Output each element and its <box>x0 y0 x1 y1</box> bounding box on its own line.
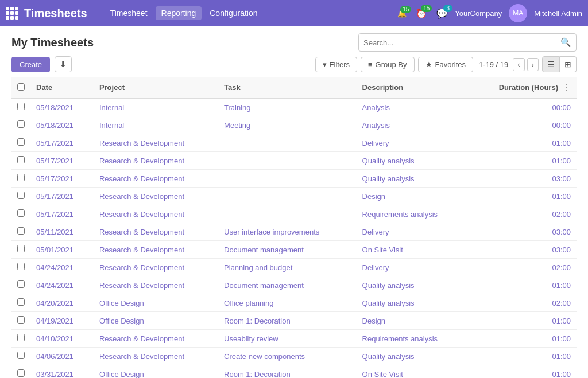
row-project[interactable]: Research & Development <box>94 152 218 170</box>
row-checkbox[interactable] <box>17 298 25 306</box>
row-date[interactable]: 05/18/2021 <box>30 116 94 134</box>
search-icon[interactable]: 🔍 <box>560 37 571 48</box>
row-checkbox-cell[interactable] <box>11 259 30 276</box>
row-checkbox[interactable] <box>17 263 25 270</box>
row-checkbox[interactable] <box>17 138 25 146</box>
group-by-button[interactable]: ≡ Group By <box>361 57 415 72</box>
row-date[interactable]: 05/18/2021 <box>30 98 94 116</box>
row-task[interactable]: Meeting <box>218 116 356 134</box>
next-page-button[interactable]: › <box>527 58 539 71</box>
row-task[interactable] <box>218 134 356 152</box>
row-task[interactable]: Document management <box>218 276 356 294</box>
clock-icon-button[interactable]: ⏰ 15 <box>416 8 427 19</box>
row-task[interactable]: Room 1: Decoration <box>218 312 356 330</box>
row-project[interactable]: Research & Development <box>94 205 218 223</box>
row-checkbox[interactable] <box>17 334 25 341</box>
row-checkbox[interactable] <box>17 369 25 377</box>
row-project[interactable]: Research & Development <box>94 223 218 241</box>
row-description[interactable]: On Site Visit <box>357 241 469 259</box>
row-checkbox[interactable] <box>17 227 25 235</box>
row-project[interactable]: Research & Development <box>94 241 218 259</box>
row-checkbox-cell[interactable] <box>11 276 30 294</box>
row-description[interactable]: Quality analysis <box>357 348 469 365</box>
notifications-button[interactable]: 🔔 15 <box>397 9 407 18</box>
row-checkbox-cell[interactable] <box>11 223 30 241</box>
row-date[interactable]: 05/17/2021 <box>30 134 94 152</box>
row-checkbox[interactable] <box>17 192 25 199</box>
row-date[interactable]: 04/19/2021 <box>30 312 94 330</box>
row-description[interactable]: On Site Visit <box>357 365 469 379</box>
row-task[interactable]: Office planning <box>218 294 356 312</box>
row-date[interactable]: 04/24/2021 <box>30 259 94 276</box>
row-description[interactable]: Delivery <box>357 134 469 152</box>
row-checkbox-cell[interactable] <box>11 152 30 170</box>
avatar[interactable]: MA <box>509 4 527 22</box>
row-description[interactable]: Design <box>357 188 469 205</box>
filters-button[interactable]: ▾ Filters <box>315 57 357 72</box>
row-description[interactable]: Delivery <box>357 223 469 241</box>
row-task[interactable] <box>218 205 356 223</box>
row-description[interactable]: Analysis <box>357 98 469 116</box>
row-date[interactable]: 05/01/2021 <box>30 241 94 259</box>
row-project[interactable]: Office Design <box>94 312 218 330</box>
row-task[interactable]: Planning and budget <box>218 259 356 276</box>
prev-page-button[interactable]: ‹ <box>513 58 524 71</box>
row-description[interactable]: Requirements analysis <box>357 205 469 223</box>
row-task[interactable]: Room 1: Decoration <box>218 365 356 379</box>
row-description[interactable]: Design <box>357 312 469 330</box>
row-task[interactable]: Document management <box>218 241 356 259</box>
row-checkbox-cell[interactable] <box>11 134 30 152</box>
row-project[interactable]: Research & Development <box>94 188 218 205</box>
row-task[interactable] <box>218 170 356 188</box>
row-task[interactable]: Create new components <box>218 348 356 365</box>
row-checkbox[interactable] <box>17 280 25 288</box>
row-description[interactable]: Analysis <box>357 116 469 134</box>
select-all-checkbox[interactable] <box>17 83 25 91</box>
row-checkbox-cell[interactable] <box>11 170 30 188</box>
row-project[interactable]: Research & Development <box>94 259 218 276</box>
row-checkbox-cell[interactable] <box>11 312 30 330</box>
row-checkbox[interactable] <box>17 209 25 217</box>
row-project[interactable]: Research & Development <box>94 170 218 188</box>
row-checkbox[interactable] <box>17 316 25 324</box>
row-checkbox-cell[interactable] <box>11 330 30 348</box>
row-checkbox-cell[interactable] <box>11 348 30 365</box>
row-description[interactable]: Quality analysis <box>357 170 469 188</box>
menu-reporting[interactable]: Reporting <box>156 6 202 20</box>
row-date[interactable]: 05/11/2021 <box>30 223 94 241</box>
row-task[interactable] <box>218 152 356 170</box>
row-checkbox[interactable] <box>17 103 25 110</box>
create-button[interactable]: Create <box>11 57 50 72</box>
row-date[interactable]: 05/17/2021 <box>30 170 94 188</box>
grid-view-button[interactable]: ⊞ <box>560 56 577 72</box>
messages-button[interactable]: 💬 3 <box>436 8 448 19</box>
row-checkbox-cell[interactable] <box>11 241 30 259</box>
row-project[interactable]: Research & Development <box>94 330 218 348</box>
row-project[interactable]: Research & Development <box>94 276 218 294</box>
user-name[interactable]: Mitchell Admin <box>534 9 582 18</box>
row-checkbox-cell[interactable] <box>11 365 30 379</box>
row-checkbox-cell[interactable] <box>11 294 30 312</box>
row-description[interactable]: Quality analysis <box>357 152 469 170</box>
row-project[interactable]: Internal <box>94 116 218 134</box>
row-date[interactable]: 04/24/2021 <box>30 276 94 294</box>
row-description[interactable]: Delivery <box>357 259 469 276</box>
row-project[interactable]: Research & Development <box>94 348 218 365</box>
row-date[interactable]: 03/31/2021 <box>30 365 94 379</box>
row-task[interactable] <box>218 188 356 205</box>
row-checkbox[interactable] <box>17 156 25 163</box>
row-checkbox-cell[interactable] <box>11 98 30 116</box>
row-task[interactable]: User interface improvements <box>218 223 356 241</box>
row-checkbox-cell[interactable] <box>11 205 30 223</box>
menu-timesheet[interactable]: Timesheet <box>105 6 153 20</box>
row-checkbox[interactable] <box>17 352 25 359</box>
row-date[interactable]: 05/17/2021 <box>30 152 94 170</box>
row-project[interactable]: Office Design <box>94 365 218 379</box>
list-view-button[interactable]: ☰ <box>542 56 560 72</box>
row-date[interactable]: 04/06/2021 <box>30 348 94 365</box>
company-name[interactable]: YourCompany <box>455 9 502 18</box>
row-checkbox[interactable] <box>17 174 25 181</box>
row-checkbox[interactable] <box>17 245 25 252</box>
row-project[interactable]: Research & Development <box>94 134 218 152</box>
row-description[interactable]: Requirements analysis <box>357 330 469 348</box>
